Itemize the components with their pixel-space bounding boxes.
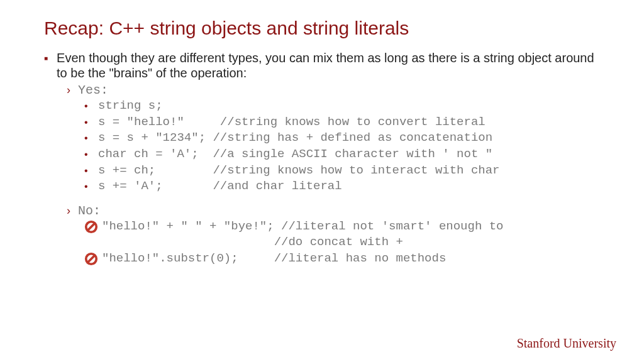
code-line: • s += ch; //string knows how to interac… [84, 163, 600, 179]
yes-label: Yes: [78, 83, 108, 97]
slide-title: Recap: C++ string objects and string lit… [44, 18, 600, 39]
code: s += ch; //string knows how to interact … [98, 163, 500, 179]
intro-bullet: ■ Even though they are different types, … [44, 50, 600, 80]
intro-text: Even though they are different types, yo… [57, 50, 600, 80]
code-line: • string s; [84, 98, 600, 114]
code-line: • char ch = 'A'; //a single ASCII charac… [84, 146, 600, 163]
footer-logo: Stanford University [517, 336, 616, 351]
code: s = s + "1234"; //string has + defined a… [98, 130, 492, 146]
svg-line-1 [88, 223, 95, 230]
yes-code-list: • string s; • s = "hello!" //string know… [84, 98, 600, 195]
code: "hello!".substr(0); //literal has no met… [102, 251, 446, 267]
prohibited-icon [84, 252, 98, 266]
dot-bullet-icon: • [84, 180, 92, 194]
no-code-list: "hello!" + " " + "bye!"; //literal not '… [84, 219, 600, 267]
no-label: No: [78, 204, 101, 218]
code: char ch = 'A'; //a single ASCII characte… [98, 146, 492, 163]
prohibited-icon [84, 220, 98, 234]
code-line: //do concat with + [84, 234, 600, 251]
yes-header: › Yes: [67, 83, 600, 97]
code: //do concat with + [102, 234, 403, 251]
code-line: • s = "hello!" //string knows how to con… [84, 114, 600, 131]
svg-line-3 [88, 256, 95, 263]
dot-bullet-icon: • [84, 116, 92, 129]
chevron-icon: › [67, 84, 70, 97]
code: s += 'A'; //and char literal [98, 178, 342, 195]
spacer [84, 236, 98, 250]
dot-bullet-icon: • [84, 164, 92, 178]
square-bullet-icon: ■ [44, 55, 48, 62]
code-line: "hello!" + " " + "bye!"; //literal not '… [84, 219, 600, 235]
chevron-icon: › [67, 204, 70, 217]
code-line: • s = s + "1234"; //string has + defined… [84, 130, 600, 146]
dot-bullet-icon: • [84, 148, 92, 162]
no-header: › No: [67, 204, 600, 218]
code: "hello!" + " " + "bye!"; //literal not '… [102, 219, 504, 235]
dot-bullet-icon: • [84, 131, 92, 145]
code: string s; [98, 98, 163, 114]
code: s = "hello!" //string knows how to conve… [98, 114, 486, 131]
code-line: "hello!".substr(0); //literal has no met… [84, 251, 600, 267]
dot-bullet-icon: • [84, 99, 92, 113]
code-line: • s += 'A'; //and char literal [84, 178, 600, 195]
